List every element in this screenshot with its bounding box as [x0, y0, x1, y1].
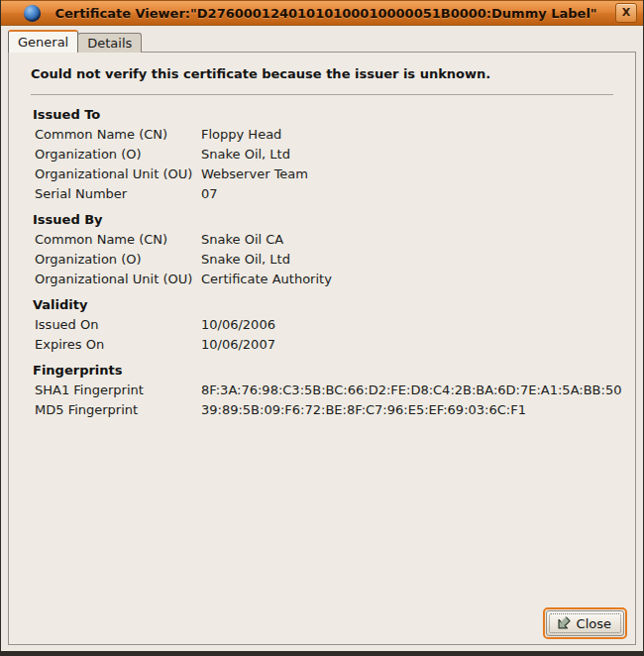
tab-bar: GeneralDetails	[8, 30, 142, 53]
field-value: 8F:3A:76:98:C3:5B:BC:66:D2:FE:D8:C4:2B:B…	[201, 381, 621, 400]
cert-field-row: MD5 Fingerprint39:89:5B:09:F6:72:BE:8F:C…	[27, 400, 617, 420]
close-x-icon: X	[622, 6, 630, 19]
field-value: Snake Oil, Ltd	[201, 250, 290, 270]
cert-field-row: Organizational Unit (OU)Webserver Team	[27, 164, 617, 184]
cert-field-row: Expires On10/06/2007	[27, 335, 617, 355]
field-value: 39:89:5B:09:F6:72:BE:8F:C7:96:E5:EF:69:0…	[201, 400, 526, 420]
section-title: Validity	[27, 295, 617, 315]
field-label: Common Name (CN)	[35, 125, 201, 145]
cert-field-row: SHA1 Fingerprint8F:3A:76:98:C3:5B:BC:66:…	[27, 381, 617, 400]
general-tab-panel: Could not verify this certificate becaus…	[8, 52, 636, 645]
section-title: Fingerprints	[27, 361, 617, 381]
tab-general[interactable]: General	[8, 30, 78, 53]
field-value: Floppy Head	[201, 125, 281, 145]
close-button[interactable]: Close	[546, 610, 624, 636]
cert-field-row: Serial Number07	[27, 184, 617, 204]
field-label: Issued On	[35, 315, 201, 335]
field-value: Webserver Team	[201, 164, 308, 184]
cert-field-row: Issued On10/06/2006	[27, 315, 617, 335]
field-label: MD5 Fingerprint	[35, 400, 201, 420]
cert-field-row: Common Name (CN)Snake Oil CA	[27, 230, 617, 250]
section-title: Issued By	[27, 210, 617, 230]
field-value: 10/06/2006	[201, 315, 275, 335]
separator	[31, 94, 613, 95]
field-label: SHA1 Fingerprint	[35, 381, 201, 400]
cert-section: FingerprintsSHA1 Fingerprint8F:3A:76:98:…	[27, 361, 617, 420]
cert-section: Issued ByCommon Name (CN)Snake Oil CAOrg…	[27, 210, 617, 289]
close-button-focus-ring: Close	[543, 607, 627, 639]
cert-section: ValidityIssued On10/06/2006Expires On10/…	[27, 295, 617, 355]
verification-warning: Could not verify this certificate becaus…	[31, 66, 613, 81]
field-label: Expires On	[35, 335, 201, 355]
field-value: Certificate Authority	[201, 270, 332, 289]
field-label: Common Name (CN)	[35, 230, 201, 250]
field-value: Snake Oil CA	[201, 230, 283, 250]
field-label: Serial Number	[35, 184, 201, 204]
field-value: 10/06/2007	[201, 335, 275, 355]
cert-field-row: Organization (O)Snake Oil, Ltd	[27, 145, 617, 164]
tab-details[interactable]: Details	[77, 33, 142, 53]
cert-section: Issued ToCommon Name (CN)Floppy HeadOrga…	[27, 105, 617, 204]
field-label: Organization (O)	[35, 145, 201, 164]
cert-field-row: Organization (O)Snake Oil, Ltd	[27, 250, 617, 270]
field-label: Organizational Unit (OU)	[35, 270, 201, 289]
field-value: 07	[201, 184, 218, 204]
cert-field-row: Organizational Unit (OU)Certificate Auth…	[27, 270, 617, 289]
close-arrow-icon	[552, 612, 575, 635]
window-close-button[interactable]: X	[615, 3, 637, 23]
titlebar[interactable]: Certificate Viewer:"D2760001240101010001…	[1, 0, 643, 26]
globe-icon[interactable]	[24, 5, 41, 22]
field-value: Snake Oil, Ltd	[201, 145, 290, 164]
certificate-sections: Issued ToCommon Name (CN)Floppy HeadOrga…	[27, 105, 617, 420]
section-title: Issued To	[27, 105, 617, 125]
certificate-viewer-window: Certificate Viewer:"D2760001240101010001…	[1, 0, 643, 651]
window-title: Certificate Viewer:"D2760001240101010001…	[41, 6, 611, 21]
field-label: Organization (O)	[35, 250, 201, 270]
close-button-label: Close	[577, 616, 611, 631]
cert-field-row: Common Name (CN)Floppy Head	[27, 125, 617, 145]
field-label: Organizational Unit (OU)	[35, 164, 201, 184]
